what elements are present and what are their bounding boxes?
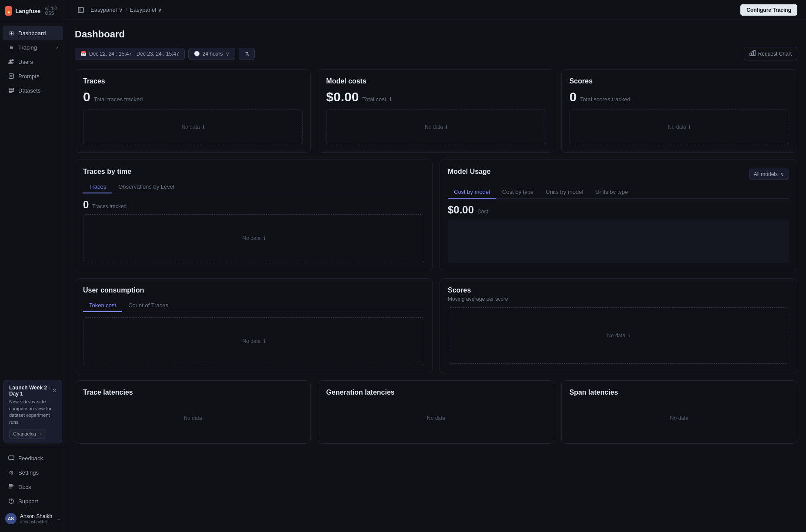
breadcrumb-project[interactable]: Easypanel ∨	[130, 7, 162, 13]
announcement-close-button[interactable]: ✕	[52, 388, 57, 394]
sidebar-item-settings[interactable]: ⚙ Settings	[3, 466, 63, 479]
user-consumption-title: User consumption	[83, 286, 424, 294]
svg-rect-2	[9, 74, 14, 79]
svg-rect-10	[9, 485, 14, 486]
topbar: Easypanel ∨ / Easypanel ∨ Configure Trac…	[66, 0, 806, 20]
announcement-box: Launch Week 2 – Day 1 ✕ New side-by-side…	[3, 380, 62, 443]
svg-rect-11	[9, 486, 13, 487]
topbar-left: Easypanel ∨ / Easypanel ∨	[75, 4, 162, 16]
scores-count: 0 Total scores tracked	[570, 90, 789, 104]
sidebar-item-label-users: Users	[18, 59, 33, 65]
sidebar-item-users[interactable]: Users	[3, 55, 63, 69]
sidebar-item-label-dashboard: Dashboard	[18, 30, 46, 37]
model-usage-tabs: Cost by model Cost by type Units by mode…	[448, 186, 789, 199]
model-select-dropdown[interactable]: All models ∨	[749, 169, 789, 180]
svg-rect-17	[752, 52, 753, 56]
traces-by-time-no-data: No data ℹ	[83, 214, 424, 262]
trace-latencies-card: Trace latencies No data	[75, 380, 311, 444]
user-email: ahsonshaikh616@...	[20, 519, 53, 524]
sidebar-item-dashboard[interactable]: ⊞ Dashboard	[3, 26, 63, 40]
bar-chart-icon	[749, 50, 756, 57]
model-tab-cost-by-type[interactable]: Cost by type	[496, 186, 540, 199]
model-costs-card: Model costs $0.00 Total cost ℹ No data ℹ	[318, 69, 554, 153]
sidebar-item-docs[interactable]: Docs	[3, 480, 63, 494]
scores-no-data: No data ℹ	[570, 110, 789, 144]
breadcrumb-project-chevron-icon: ∨	[158, 7, 162, 13]
span-latencies-no-data: No data	[570, 401, 789, 436]
content-area: Dashboard 📅 Dec 22, 24 : 15:47 - Dec 23,…	[66, 20, 806, 532]
info-icon-5: ℹ	[263, 339, 265, 344]
user-name: Ahson Shaikh	[20, 513, 53, 519]
traces-by-time-title: Traces by time	[83, 168, 424, 176]
sidebar-item-label-settings: Settings	[18, 469, 39, 476]
svg-rect-6	[9, 90, 14, 92]
sidebar-item-prompts[interactable]: Prompts	[3, 69, 63, 83]
traces-label: Total traces tracked	[94, 96, 143, 103]
summary-cards-row: Traces 0 Total traces tracked No data ℹ …	[75, 69, 797, 153]
model-costs-title: Model costs	[326, 77, 546, 85]
trace-latencies-title: Trace latencies	[83, 389, 303, 396]
time-window-chevron-icon: ∨	[226, 51, 230, 57]
logo-area: 🔥 Langfuse v3.4.0 OSS	[0, 0, 66, 22]
generation-latencies-no-data: No data	[326, 401, 546, 436]
sidebar-nav: ⊞ Dashboard ≡ Tracing › Users Prompts Da…	[0, 22, 66, 376]
page-title: Dashboard	[75, 29, 797, 40]
calendar-icon: 📅	[80, 51, 87, 57]
svg-rect-7	[9, 92, 12, 93]
request-chart-button[interactable]: Request Chart	[744, 47, 797, 60]
model-costs-info-icon[interactable]: ℹ	[390, 96, 392, 103]
filter-icon: ⚗	[244, 51, 249, 57]
time-window-filter[interactable]: 🕐 24 hours ∨	[188, 48, 235, 60]
changelog-button[interactable]: Changelog →	[9, 429, 46, 439]
breadcrumb-workspace[interactable]: Easypanel ∨	[90, 7, 123, 13]
latencies-row: Trace latencies No data Generation laten…	[75, 380, 797, 444]
sidebar-item-datasets[interactable]: Datasets	[3, 83, 63, 97]
traces-no-data: No data ℹ	[83, 110, 303, 144]
model-costs-value: $0.00 Total cost ℹ	[326, 90, 546, 104]
scores-detail-title: Scores	[448, 286, 789, 294]
model-tab-units-by-model[interactable]: Units by model	[540, 186, 589, 199]
sidebar-toggle-button[interactable]	[75, 4, 87, 16]
scores-detail-card: Scores Moving average per score No data …	[440, 278, 797, 373]
model-tab-cost-by-model[interactable]: Cost by model	[448, 186, 496, 199]
sidebar-item-label-feedback: Feedback	[18, 455, 43, 462]
tab-traces[interactable]: Traces	[83, 181, 112, 193]
traces-card: Traces 0 Total traces tracked No data ℹ	[75, 69, 311, 153]
prompts-icon	[8, 73, 15, 80]
tracing-icon: ≡	[8, 44, 15, 51]
scores-label: Total scores tracked	[580, 96, 630, 103]
cost-label: Cost	[477, 209, 488, 215]
sidebar-item-feedback[interactable]: Feedback	[3, 451, 63, 465]
sidebar: 🔥 Langfuse v3.4.0 OSS ⊞ Dashboard ≡ Trac…	[0, 0, 66, 532]
announcement-title: Launch Week 2 – Day 1 ✕	[9, 385, 57, 397]
scores-summary-card: Scores 0 Total scores tracked No data ℹ	[561, 69, 797, 153]
breadcrumb-separator: /	[126, 7, 127, 13]
user-profile[interactable]: AS Ahson Shaikh ahsonshaikh616@... ⌄	[0, 509, 66, 529]
tab-observations[interactable]: Observations by Level	[112, 181, 180, 193]
model-tab-units-by-type[interactable]: Units by type	[589, 186, 634, 199]
info-icon-6: ℹ	[628, 333, 630, 339]
svg-rect-12	[9, 488, 12, 489]
user-menu-chevron-icon: ⌄	[57, 516, 60, 521]
svg-rect-16	[750, 53, 751, 56]
breadcrumb-workspace-label: Easypanel	[90, 7, 117, 13]
date-range-filter[interactable]: 📅 Dec 22, 24 : 15:47 - Dec 23, 24 : 15:4…	[75, 48, 185, 60]
svg-rect-18	[754, 50, 755, 56]
sidebar-item-label-datasets: Datasets	[18, 87, 40, 94]
model-usage-header: Model Usage All models ∨	[448, 168, 789, 181]
user-tab-token-cost[interactable]: Token cost	[83, 299, 122, 312]
info-icon-3: ℹ	[689, 124, 690, 130]
clock-icon: 🕐	[194, 51, 200, 57]
traces-card-title: Traces	[83, 77, 303, 85]
user-tab-count-of-traces[interactable]: Count of Traces	[122, 299, 174, 312]
scores-subtitle: Moving average per score	[448, 296, 789, 302]
sidebar-item-support[interactable]: Support	[3, 494, 63, 508]
configure-tracing-button[interactable]: Configure Tracing	[740, 4, 797, 16]
info-icon-2: ℹ	[446, 124, 447, 130]
filters-bar: 📅 Dec 22, 24 : 15:47 - Dec 23, 24 : 15:4…	[75, 47, 797, 60]
sidebar-item-tracing[interactable]: ≡ Tracing ›	[3, 40, 63, 54]
filter-button[interactable]: ⚗	[239, 48, 255, 60]
chevron-right-icon: ›	[57, 45, 58, 50]
info-icon: ℹ	[203, 124, 204, 130]
model-cost-display: $0.00 Cost	[448, 204, 789, 216]
